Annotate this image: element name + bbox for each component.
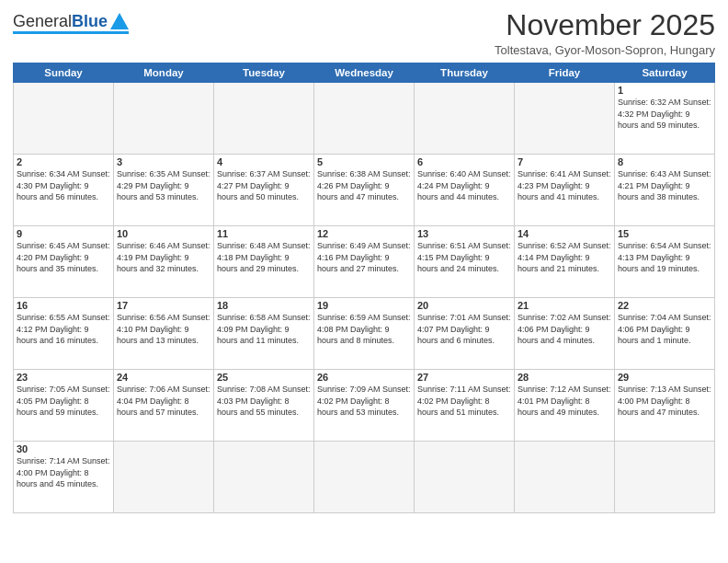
day-info: Sunrise: 6:45 AM Sunset: 4:20 PM Dayligh… <box>17 240 110 275</box>
table-row: 8Sunrise: 6:43 AM Sunset: 4:21 PM Daylig… <box>615 155 715 226</box>
table-row: 10Sunrise: 6:46 AM Sunset: 4:19 PM Dayli… <box>114 226 214 298</box>
calendar-week-row: 23Sunrise: 7:05 AM Sunset: 4:05 PM Dayli… <box>14 370 715 442</box>
col-tuesday: Tuesday <box>214 63 314 83</box>
table-row: 12Sunrise: 6:49 AM Sunset: 4:16 PM Dayli… <box>314 226 415 298</box>
day-info: Sunrise: 7:04 AM Sunset: 4:06 PM Dayligh… <box>618 312 711 347</box>
day-info: Sunrise: 6:58 AM Sunset: 4:09 PM Dayligh… <box>217 312 311 347</box>
day-info: Sunrise: 6:40 AM Sunset: 4:24 PM Dayligh… <box>417 168 511 203</box>
day-number: 6 <box>417 156 511 167</box>
table-row: 21Sunrise: 7:02 AM Sunset: 4:06 PM Dayli… <box>515 298 615 370</box>
col-friday: Friday <box>515 63 615 83</box>
day-number: 25 <box>217 372 311 383</box>
table-row: 4Sunrise: 6:37 AM Sunset: 4:27 PM Daylig… <box>214 155 314 226</box>
title-section: November 2025 Toltestava, Gyor-Moson-Sop… <box>495 9 715 57</box>
day-info: Sunrise: 7:01 AM Sunset: 4:07 PM Dayligh… <box>417 312 511 347</box>
day-number: 26 <box>317 372 411 383</box>
day-info: Sunrise: 7:09 AM Sunset: 4:02 PM Dayligh… <box>317 384 411 419</box>
logo-underline <box>13 31 129 34</box>
table-row: 2Sunrise: 6:34 AM Sunset: 4:30 PM Daylig… <box>14 155 114 226</box>
table-row: 3Sunrise: 6:35 AM Sunset: 4:29 PM Daylig… <box>114 155 214 226</box>
day-info: Sunrise: 6:43 AM Sunset: 4:21 PM Dayligh… <box>618 168 711 203</box>
day-number: 16 <box>17 300 110 311</box>
day-info: Sunrise: 6:51 AM Sunset: 4:15 PM Dayligh… <box>417 240 511 275</box>
day-number: 15 <box>618 228 711 239</box>
table-row: 17Sunrise: 6:56 AM Sunset: 4:10 PM Dayli… <box>114 298 214 370</box>
header: General Blue November 2025 Toltestava, G… <box>13 9 715 57</box>
month-title: November 2025 <box>495 9 715 41</box>
table-row: 22Sunrise: 7:04 AM Sunset: 4:06 PM Dayli… <box>615 298 715 370</box>
table-row <box>114 442 214 513</box>
table-row <box>415 83 515 155</box>
day-number: 30 <box>17 443 110 454</box>
col-monday: Monday <box>114 63 214 83</box>
col-thursday: Thursday <box>415 63 515 83</box>
table-row: 5Sunrise: 6:38 AM Sunset: 4:26 PM Daylig… <box>314 155 415 226</box>
day-number: 20 <box>417 300 511 311</box>
day-number: 27 <box>417 372 511 383</box>
calendar-header-row: Sunday Monday Tuesday Wednesday Thursday… <box>14 63 715 83</box>
col-sunday: Sunday <box>14 63 114 83</box>
table-row: 28Sunrise: 7:12 AM Sunset: 4:01 PM Dayli… <box>515 370 615 442</box>
table-row: 23Sunrise: 7:05 AM Sunset: 4:05 PM Dayli… <box>14 370 114 442</box>
table-row: 20Sunrise: 7:01 AM Sunset: 4:07 PM Dayli… <box>415 298 515 370</box>
logo-text: General Blue <box>13 13 129 29</box>
table-row <box>314 83 415 155</box>
day-info: Sunrise: 7:02 AM Sunset: 4:06 PM Dayligh… <box>518 312 611 347</box>
day-info: Sunrise: 6:37 AM Sunset: 4:27 PM Dayligh… <box>217 168 311 203</box>
day-info: Sunrise: 7:05 AM Sunset: 4:05 PM Dayligh… <box>17 384 110 419</box>
table-row: 7Sunrise: 6:41 AM Sunset: 4:23 PM Daylig… <box>515 155 615 226</box>
col-saturday: Saturday <box>615 63 715 83</box>
day-info: Sunrise: 6:54 AM Sunset: 4:13 PM Dayligh… <box>618 240 711 275</box>
day-number: 23 <box>17 372 110 383</box>
calendar-week-row: 30Sunrise: 7:14 AM Sunset: 4:00 PM Dayli… <box>14 442 715 513</box>
day-number: 19 <box>317 300 411 311</box>
table-row: 15Sunrise: 6:54 AM Sunset: 4:13 PM Dayli… <box>615 226 715 298</box>
day-info: Sunrise: 6:41 AM Sunset: 4:23 PM Dayligh… <box>518 168 611 203</box>
table-row: 27Sunrise: 7:11 AM Sunset: 4:02 PM Dayli… <box>415 370 515 442</box>
day-number: 9 <box>17 228 110 239</box>
day-info: Sunrise: 6:49 AM Sunset: 4:16 PM Dayligh… <box>317 240 411 275</box>
table-row: 13Sunrise: 6:51 AM Sunset: 4:15 PM Dayli… <box>415 226 515 298</box>
day-number: 24 <box>117 372 210 383</box>
table-row: 6Sunrise: 6:40 AM Sunset: 4:24 PM Daylig… <box>415 155 515 226</box>
day-info: Sunrise: 6:59 AM Sunset: 4:08 PM Dayligh… <box>317 312 411 347</box>
day-number: 11 <box>217 228 311 239</box>
day-number: 5 <box>317 156 411 167</box>
day-info: Sunrise: 6:32 AM Sunset: 4:32 PM Dayligh… <box>618 97 711 132</box>
day-number: 21 <box>518 300 611 311</box>
logo-blue: Blue <box>72 13 108 29</box>
page: General Blue November 2025 Toltestava, G… <box>0 0 728 563</box>
table-row: 1Sunrise: 6:32 AM Sunset: 4:32 PM Daylig… <box>615 83 715 155</box>
day-number: 17 <box>117 300 210 311</box>
day-info: Sunrise: 6:52 AM Sunset: 4:14 PM Dayligh… <box>518 240 611 275</box>
table-row: 11Sunrise: 6:48 AM Sunset: 4:18 PM Dayli… <box>214 226 314 298</box>
subtitle: Toltestava, Gyor-Moson-Sopron, Hungary <box>495 43 715 57</box>
table-row <box>114 83 214 155</box>
table-row: 14Sunrise: 6:52 AM Sunset: 4:14 PM Dayli… <box>515 226 615 298</box>
calendar-week-row: 16Sunrise: 6:55 AM Sunset: 4:12 PM Dayli… <box>14 298 715 370</box>
table-row: 18Sunrise: 6:58 AM Sunset: 4:09 PM Dayli… <box>214 298 314 370</box>
logo-triangle-icon <box>110 13 129 29</box>
table-row <box>214 83 314 155</box>
day-number: 10 <box>117 228 210 239</box>
day-info: Sunrise: 7:12 AM Sunset: 4:01 PM Dayligh… <box>518 384 611 419</box>
day-number: 22 <box>618 300 711 311</box>
day-number: 14 <box>518 228 611 239</box>
day-info: Sunrise: 6:34 AM Sunset: 4:30 PM Dayligh… <box>17 168 110 203</box>
table-row: 26Sunrise: 7:09 AM Sunset: 4:02 PM Dayli… <box>314 370 415 442</box>
day-number: 7 <box>518 156 611 167</box>
logo-general: General <box>13 13 72 29</box>
day-info: Sunrise: 7:11 AM Sunset: 4:02 PM Dayligh… <box>417 384 511 419</box>
table-row <box>14 83 114 155</box>
calendar-week-row: 1Sunrise: 6:32 AM Sunset: 4:32 PM Daylig… <box>14 83 715 155</box>
col-wednesday: Wednesday <box>314 63 415 83</box>
day-info: Sunrise: 7:13 AM Sunset: 4:00 PM Dayligh… <box>618 384 711 419</box>
day-number: 12 <box>317 228 411 239</box>
table-row <box>415 442 515 513</box>
table-row <box>214 442 314 513</box>
day-number: 3 <box>117 156 210 167</box>
table-row <box>515 83 615 155</box>
day-number: 1 <box>618 85 711 96</box>
table-row: 16Sunrise: 6:55 AM Sunset: 4:12 PM Dayli… <box>14 298 114 370</box>
table-row: 24Sunrise: 7:06 AM Sunset: 4:04 PM Dayli… <box>114 370 214 442</box>
